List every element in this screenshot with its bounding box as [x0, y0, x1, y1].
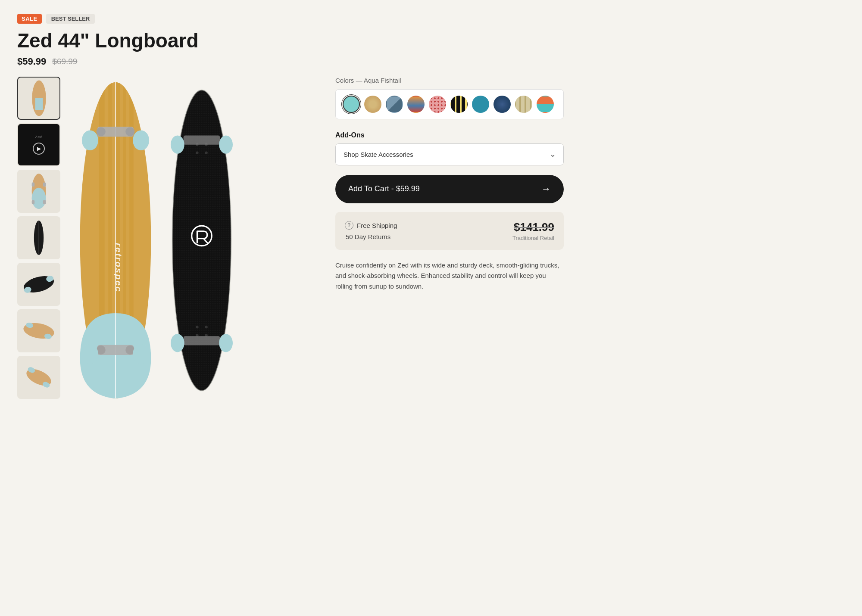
- svg-point-57: [171, 334, 184, 352]
- badges-row: SALE BEST SELLER: [17, 14, 845, 24]
- cart-arrow-icon: →: [541, 184, 551, 195]
- addons-select-wrapper: Shop Skate Accessories Helmet Pads Set S…: [335, 143, 564, 165]
- svg-rect-56: [184, 336, 220, 345]
- swatch-navy-floral[interactable]: [493, 96, 511, 113]
- colors-heading: Colors: [335, 77, 354, 84]
- shipping-left: ? Free Shipping 50 Day Returns: [345, 221, 397, 240]
- thumbnail-5[interactable]: [17, 263, 60, 306]
- swatch-cream-stripe[interactable]: [515, 96, 532, 113]
- add-to-cart-button[interactable]: Add To Cart - $59.99 →: [335, 175, 564, 203]
- swatch-orange-teal[interactable]: [537, 96, 554, 113]
- thumbnail-6[interactable]: [17, 309, 60, 352]
- swatch-aqua-fishtail[interactable]: [343, 96, 360, 113]
- product-title: Zed 44" Longboard: [17, 30, 845, 52]
- right-panel: Colors — Aqua Fishtail: [314, 77, 564, 404]
- swatch-sunset[interactable]: [407, 96, 425, 113]
- price-original: $69.99: [52, 57, 77, 66]
- svg-text:retrospec: retrospec: [114, 243, 124, 292]
- main-layout: Zed ▶: [17, 77, 845, 404]
- svg-point-33: [133, 130, 149, 150]
- addons-label: Add-Ons: [335, 131, 564, 139]
- colors-label: Colors — Aqua Fishtail: [335, 77, 564, 84]
- shipping-box: ? Free Shipping 50 Day Returns $141.99 T…: [335, 212, 564, 250]
- sale-badge: SALE: [17, 14, 42, 24]
- swatch-black-stripe[interactable]: [450, 96, 468, 113]
- svg-point-50: [205, 326, 207, 328]
- svg-point-38: [133, 344, 149, 364]
- retail-block: $141.99 Traditional Retail: [512, 221, 554, 241]
- swatch-teal[interactable]: [472, 96, 489, 113]
- addons-select[interactable]: Shop Skate Accessories Helmet Pads Set S…: [335, 143, 564, 165]
- svg-point-31: [125, 127, 134, 136]
- thumbnail-video[interactable]: Zed ▶: [17, 123, 60, 166]
- price-row: $59.99 $69.99: [17, 56, 845, 67]
- thumbnail-list: Zed ▶: [17, 77, 65, 404]
- svg-point-30: [97, 127, 106, 136]
- swatch-tan-wood[interactable]: [364, 96, 381, 113]
- thumbnail-4[interactable]: [17, 216, 60, 259]
- svg-rect-8: [43, 200, 46, 204]
- selected-color-name: Aqua Fishtail: [364, 77, 401, 84]
- swatch-coral-dot[interactable]: [429, 96, 446, 113]
- video-label: Zed: [35, 135, 43, 139]
- svg-rect-5: [32, 182, 35, 187]
- main-images: retrospec: [72, 77, 314, 404]
- price-current: $59.99: [17, 56, 46, 67]
- color-separator: —: [356, 77, 364, 84]
- thumbnail-1[interactable]: [17, 77, 60, 120]
- board-back-image: [167, 85, 236, 395]
- retail-label: Traditional Retail: [512, 235, 554, 241]
- play-icon: ▶: [33, 143, 45, 155]
- free-shipping-row: ? Free Shipping: [345, 221, 397, 230]
- returns-label: 50 Day Returns: [345, 233, 397, 240]
- svg-point-4: [32, 187, 46, 208]
- board-front-image: retrospec: [72, 77, 159, 404]
- svg-point-47: [196, 151, 198, 154]
- retail-price: $141.99: [512, 221, 554, 234]
- svg-point-48: [205, 151, 207, 154]
- thumbnail-7[interactable]: [17, 356, 60, 399]
- color-swatches-box: [335, 89, 564, 119]
- svg-rect-6: [43, 182, 46, 187]
- svg-point-37: [82, 344, 98, 364]
- svg-point-49: [196, 326, 198, 328]
- svg-point-58: [219, 334, 233, 352]
- svg-rect-53: [184, 135, 220, 144]
- svg-point-32: [82, 130, 98, 150]
- question-icon[interactable]: ?: [345, 221, 353, 230]
- add-to-cart-label: Add To Cart - $59.99: [348, 184, 420, 193]
- svg-point-55: [219, 135, 233, 153]
- product-description: Cruise confidently on Zed with its wide …: [335, 260, 564, 292]
- thumbnail-3[interactable]: [17, 170, 60, 213]
- svg-rect-7: [32, 200, 35, 204]
- swatch-blue-grey[interactable]: [386, 96, 403, 113]
- svg-point-54: [171, 135, 184, 153]
- bestseller-badge: BEST SELLER: [46, 14, 95, 24]
- free-shipping-label: Free Shipping: [357, 222, 397, 229]
